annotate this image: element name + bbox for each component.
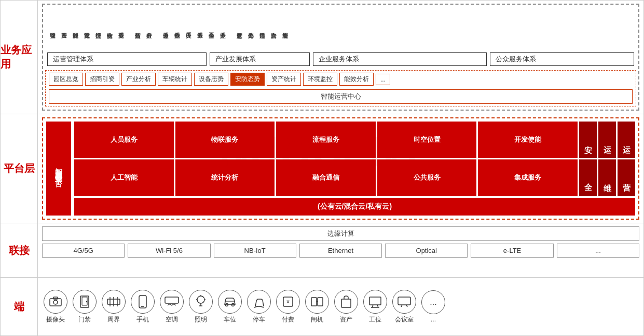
- side-运营: 运: [618, 122, 635, 158]
- svc-人员服务: 人员服务: [74, 122, 174, 158]
- dash-环境监控[interactable]: 环境监控: [303, 73, 337, 86]
- svg-point-20: [232, 303, 235, 306]
- group-企业服务体系: 企业服务体系: [313, 52, 487, 66]
- dev-手机: 手机: [129, 290, 156, 324]
- conn-more: ...: [557, 244, 639, 258]
- ac-icon: [160, 290, 184, 314]
- vt-舒适生活: 舒适生活: [257, 8, 267, 48]
- pt-right: 人员服务 物联服务 流程服务 时空位置 开发使能 人工智能 统计分析 融合通信 …: [74, 122, 635, 216]
- content-pt: 智慧园区数字平台 人员服务 物联服务 流程服务 时空位置 开发使能 人工智能: [38, 114, 643, 223]
- dev-more: ... ...: [420, 290, 447, 323]
- vt-物业管理: 物业管理: [47, 8, 58, 48]
- svg-rect-3: [80, 296, 89, 307]
- dev-会议室: 会议室: [391, 290, 418, 324]
- conn-ethernet: Ethernet: [299, 244, 382, 258]
- vt-和谐人文: 和谐人文: [268, 8, 279, 48]
- vt-智能应用: 智能应用: [280, 8, 290, 48]
- dash-more[interactable]: ...: [376, 74, 390, 85]
- dev-照明: 照明: [187, 290, 214, 324]
- vt-服务受理: 服务受理: [116, 8, 126, 48]
- vt-产业分析: 产业分析: [144, 8, 154, 48]
- side-全: 全: [579, 159, 597, 196]
- dev-label-车位: 车位: [224, 315, 236, 324]
- row-duan: 端 摄像头 门禁: [1, 278, 643, 336]
- pt-sides: 安 运 运 全 维 营: [579, 122, 635, 196]
- side-运维: 运: [598, 122, 616, 158]
- yy-inner: 物业管理 资产管理 能效管理 设施管理 便捷通行 综合安防 服务受理 智慧招商 …: [42, 4, 639, 111]
- dash-车辆统计[interactable]: 车辆统计: [158, 73, 192, 86]
- pt-cloud: (公有云/混合云/私有云): [74, 198, 635, 216]
- dev-闸机: 闸机: [304, 290, 331, 324]
- dev-付费: ¥ 付费: [275, 290, 302, 324]
- dev-周界: 周界: [100, 290, 127, 324]
- dev-label-手机: 手机: [136, 315, 149, 324]
- svc-开发使能: 开发使能: [478, 122, 578, 158]
- meeting-icon: [392, 290, 416, 314]
- svc-时空位置: 时空位置: [377, 122, 477, 158]
- gate-icon: [305, 290, 329, 314]
- vert-items-row: 物业管理 资产管理 能效管理 设施管理 便捷通行 综合安防 服务受理 智慧招商 …: [45, 7, 636, 49]
- vt-物业服务: 物业服务: [172, 8, 182, 48]
- vt-便捷通行: 便捷通行: [93, 8, 103, 48]
- workstation-icon: [363, 290, 387, 314]
- conn-nbiot: NB-IoT: [214, 244, 296, 258]
- svc-融合通信: 融合通信: [276, 159, 376, 196]
- dash-安防态势[interactable]: 安防态势: [230, 73, 265, 86]
- svg-rect-32: [398, 297, 410, 305]
- svg-rect-27: [341, 299, 351, 307]
- label-yy: 业务应用: [1, 1, 38, 114]
- more-icon: ...: [421, 290, 445, 314]
- vt-资源服务: 资源服务: [195, 8, 205, 48]
- svc-集成服务: 集成服务: [478, 159, 578, 196]
- dev-label-摄像头: 摄像头: [46, 315, 65, 324]
- svg-point-1: [53, 300, 58, 304]
- ops-center: 智能运营中心: [49, 89, 633, 104]
- dev-label-门禁: 门禁: [78, 315, 91, 324]
- pt-sublabel: 智慧园区数字平台: [46, 122, 71, 216]
- fence-icon: [102, 290, 126, 314]
- dash-能效分析[interactable]: 能效分析: [339, 73, 374, 86]
- dev-label-付费: 付费: [282, 315, 294, 324]
- row-yy: 业务应用 物业管理 资产管理 能效管理 设施管理 便捷通行 综合安防 服务受理 …: [1, 1, 643, 114]
- main-layout: 业务应用 物业管理 资产管理 能效管理 设施管理 便捷通行 综合安防 服务受理 …: [0, 0, 644, 336]
- content-yy: 物业管理 资产管理 能效管理 设施管理 便捷通行 综合安防 服务受理 智慧招商 …: [38, 1, 643, 114]
- dev-label-照明: 照明: [195, 315, 207, 324]
- dev-label-停车: 停车: [253, 315, 265, 324]
- conn-4g5g: 4G/5G: [42, 244, 125, 258]
- conn-optical: Optical: [385, 244, 468, 258]
- vt-企业工作台: 企业工作台: [206, 8, 216, 48]
- row-pt: 平台层 智慧园区数字平台 人员服务 物联服务 流程服务 时空位置 开发使能: [1, 114, 643, 223]
- dev-车位: 车位: [216, 290, 243, 324]
- conn-wifi: Wi-Fi 5/6: [128, 244, 210, 258]
- vt-高效办公: 高效办公: [245, 8, 256, 48]
- svc-统计分析: 统计分析: [175, 159, 275, 196]
- dash-资产统计[interactable]: 资产统计: [267, 73, 301, 86]
- vt-智慧党建: 智慧党建: [234, 8, 244, 48]
- dash-园区总览[interactable]: 园区总览: [49, 73, 83, 86]
- group-产业发展体系: 产业发展体系: [210, 52, 310, 66]
- pt-services: 人员服务 物联服务 流程服务 时空位置 开发使能 人工智能 统计分析 融合通信 …: [74, 122, 578, 196]
- dev-label-空调: 空调: [166, 315, 178, 324]
- dev-工位: 工位: [362, 290, 389, 324]
- side-营: 营: [618, 159, 635, 196]
- dev-空调: 空调: [158, 290, 185, 324]
- dev-停车: 停车: [245, 290, 272, 324]
- conn-elte: e-LTE: [471, 244, 553, 258]
- spacer1: [127, 8, 131, 48]
- svg-rect-0: [50, 299, 61, 306]
- dev-资产: 资产: [333, 290, 360, 324]
- yy-dashboard: 园区总览 招商引资 产业分析 车辆统计 设备态势 安防态势 资产统计 环境监控 …: [45, 70, 636, 106]
- dev-label-周界: 周界: [107, 315, 120, 324]
- duan-inner: 摄像头 门禁 周界: [42, 281, 639, 332]
- carspot-icon: [218, 290, 242, 314]
- dash-产业分析[interactable]: 产业分析: [121, 73, 156, 86]
- dash-招商引资[interactable]: 招商引资: [85, 73, 119, 86]
- svg-rect-25: [318, 298, 323, 306]
- vt-产业服务: 产业服务: [217, 8, 228, 48]
- dash-设备态势[interactable]: 设备态势: [194, 73, 228, 86]
- edge-compute: 边缘计算: [42, 226, 639, 241]
- vt-信息服务: 信息服务: [160, 8, 171, 48]
- pt-with-sides: 人员服务 物联服务 流程服务 时空位置 开发使能 人工智能 统计分析 融合通信 …: [74, 122, 635, 196]
- dev-label-闸机: 闸机: [311, 315, 323, 324]
- group-运营管理体系: 运营管理体系: [47, 52, 207, 66]
